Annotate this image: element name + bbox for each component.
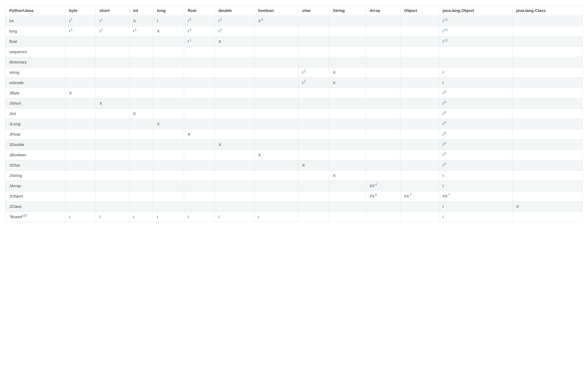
cell-value: X: [69, 91, 72, 95]
footnote-ref[interactable]: 6: [375, 193, 377, 197]
data-cell: [254, 47, 298, 57]
footnote-ref[interactable]: 1: [101, 18, 103, 21]
cell-value: I: [188, 29, 189, 33]
data-cell: [214, 129, 254, 140]
data-cell: I1: [184, 36, 214, 47]
data-cell: [366, 150, 400, 160]
data-cell: X: [96, 98, 129, 109]
data-cell: [214, 78, 254, 88]
footnote-ref[interactable]: 2: [304, 69, 306, 73]
footnote-ref[interactable]: 4: [375, 183, 377, 186]
data-cell: [512, 119, 583, 129]
data-cell: [512, 181, 583, 191]
footnote-ref[interactable]: 7: [448, 193, 450, 197]
row-label: JChar: [6, 160, 66, 171]
data-cell: [298, 171, 329, 181]
data-cell: [400, 201, 439, 212]
data-cell: [153, 57, 184, 67]
data-cell: [96, 36, 129, 47]
data-cell: [184, 150, 214, 160]
footnote-ref[interactable]: 11: [444, 18, 448, 21]
footnote-ref[interactable]: 9: [444, 162, 446, 166]
data-cell: [329, 47, 366, 57]
footnote-ref[interactable]: 1: [71, 18, 73, 21]
data-cell: I: [439, 201, 512, 212]
data-cell: [400, 78, 439, 88]
data-cell: [65, 191, 96, 201]
cell-value: X: [333, 70, 335, 75]
footnote-ref[interactable]: 3: [189, 28, 191, 32]
table-row: dictionary: [6, 57, 583, 67]
data-cell: [65, 78, 96, 88]
footnote-ref[interactable]: 9: [444, 141, 446, 145]
footnote-ref[interactable]: 1: [189, 38, 191, 42]
row-label-text: JInt: [9, 111, 16, 116]
data-cell: I9: [439, 150, 512, 160]
data-cell: X: [254, 150, 298, 160]
footnote-ref[interactable]: 8: [262, 18, 263, 21]
data-cell: [329, 36, 366, 47]
data-cell: I1: [129, 26, 153, 36]
data-cell: [153, 98, 184, 109]
footnote-ref[interactable]: 9: [444, 152, 446, 155]
data-cell: [129, 181, 153, 191]
col-header-12: java.lang.Object: [439, 6, 512, 16]
footnote-ref[interactable]: 2: [304, 80, 306, 83]
footnote-ref[interactable]: 11: [444, 38, 448, 42]
data-cell: [129, 191, 153, 201]
col-header-10: Array: [366, 6, 400, 16]
row-label: JShort: [6, 98, 66, 109]
data-cell: [366, 57, 400, 67]
footnote-ref[interactable]: 10: [24, 214, 27, 217]
row-label-text: JLong: [9, 122, 20, 126]
data-cell: I11: [439, 36, 512, 47]
cell-value: I: [99, 214, 100, 219]
cell-value: X: [333, 173, 335, 178]
data-cell: [129, 129, 153, 140]
data-cell: [329, 98, 366, 109]
cell-value: I: [443, 214, 444, 219]
footnote-ref[interactable]: 1: [101, 28, 103, 32]
footnote-ref[interactable]: 9: [444, 111, 446, 114]
data-cell: [400, 109, 439, 119]
footnote-ref[interactable]: 1: [135, 28, 137, 32]
cell-value: I/X: [370, 194, 375, 198]
data-cell: [329, 26, 366, 36]
data-cell: [214, 191, 254, 201]
data-cell: [214, 98, 254, 109]
data-cell: [129, 47, 153, 57]
data-cell: I1: [65, 16, 96, 26]
footnote-ref[interactable]: 9: [444, 131, 446, 135]
col-header-0: Python\Java: [6, 6, 66, 16]
footnote-ref[interactable]: 3: [220, 28, 222, 32]
data-cell: [366, 16, 400, 26]
cell-value: I: [69, 19, 70, 23]
footnote-ref[interactable]: 1: [71, 28, 73, 32]
footnote-ref[interactable]: 7: [410, 193, 412, 197]
type-conversion-table: Python\Javabyteshortintlongfloatdoublebo…: [5, 5, 583, 222]
data-cell: X: [129, 16, 153, 26]
data-cell: [366, 201, 400, 212]
footnote-ref[interactable]: 3: [189, 18, 191, 21]
data-cell: I9: [439, 140, 512, 150]
data-cell: [329, 191, 366, 201]
footnote-ref[interactable]: 9: [444, 90, 446, 94]
footnote-ref[interactable]: 9: [444, 100, 446, 104]
data-cell: [214, 88, 254, 98]
row-label: JFloat: [6, 129, 66, 140]
table-row: JCharXI9: [6, 160, 583, 171]
data-cell: [329, 88, 366, 98]
data-cell: [400, 171, 439, 181]
cell-value: I: [188, 39, 189, 44]
footnote-ref[interactable]: 3: [220, 18, 222, 21]
data-cell: [96, 88, 129, 98]
data-cell: [329, 109, 366, 119]
cell-value: X: [258, 19, 261, 23]
footnote-ref[interactable]: 11: [444, 28, 448, 32]
data-cell: [298, 191, 329, 201]
data-cell: [214, 109, 254, 119]
data-cell: [65, 36, 96, 47]
cell-value: I: [443, 101, 444, 105]
row-label-text: unicode: [9, 80, 24, 85]
footnote-ref[interactable]: 9: [444, 121, 446, 125]
